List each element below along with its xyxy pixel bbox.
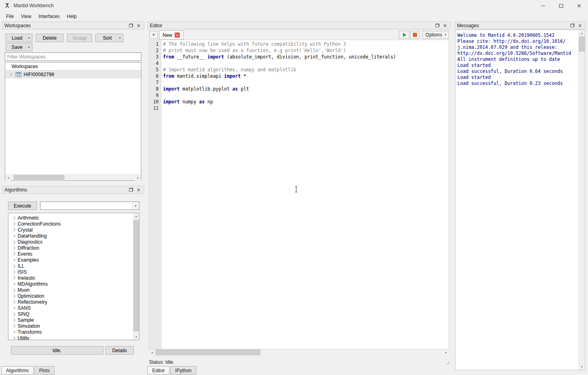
expand-chevron-icon[interactable] (12, 234, 16, 238)
expand-chevron-icon[interactable] (12, 240, 16, 244)
workspaces-panel-titlebar[interactable]: Workspaces × (2, 22, 144, 29)
menu-interfaces[interactable]: Interfaces (35, 12, 63, 21)
filter-workspaces-input[interactable] (5, 52, 141, 61)
expand-chevron-icon[interactable] (12, 294, 16, 298)
tab-algorithms[interactable]: Algorithms (1, 366, 34, 375)
algorithm-category-row[interactable]: Crystal (8, 227, 133, 233)
code-line[interactable]: 8import matplotlib.pyplot as plt (149, 86, 449, 92)
workspaces-hscrollbar[interactable]: ◂ ▸ (5, 174, 141, 180)
scrollbar-thumb[interactable] (14, 175, 64, 181)
workspace-item[interactable]: HIFI00062798 (5, 71, 141, 79)
sort-button[interactable]: Sort ▾ (95, 34, 123, 42)
window-titlebar[interactable]: Mantid Workbench × (0, 0, 588, 11)
code-line[interactable]: 5# import mantid algorithms, numpy and m… (149, 67, 449, 73)
algorithm-category-row[interactable]: DataHandling (8, 233, 133, 239)
combobox-dropdown-arrow-icon[interactable]: ▾ (132, 202, 139, 210)
algorithm-category-row[interactable]: Utility (8, 335, 133, 340)
code-line[interactable]: 6from mantid.simpleapi import * (149, 73, 449, 79)
size-grip[interactable] (445, 361, 449, 365)
expand-chevron-icon[interactable] (12, 252, 16, 256)
algorithm-category-row[interactable]: Optimization (8, 293, 133, 299)
editor-float-button[interactable] (434, 23, 441, 28)
messages-log[interactable]: Welcome to Mantid 4.0.20190605.1542Pleas… (455, 30, 585, 370)
algorithm-category-row[interactable]: Reflectometry (8, 299, 133, 305)
code-line[interactable]: 4 (149, 60, 449, 67)
algorithm-category-row[interactable]: Muon (8, 287, 133, 293)
algorithm-category-row[interactable]: SANS (8, 305, 133, 311)
algorithm-category-row[interactable]: SINQ (8, 311, 133, 317)
save-button[interactable]: Save ▾ (6, 43, 32, 51)
close-button[interactable]: × (570, 0, 588, 11)
algorithm-category-row[interactable]: Arithmetic (8, 215, 133, 221)
code-editor[interactable]: 1# The following line helps with future … (149, 40, 449, 349)
scroll-up-button[interactable]: ▴ (133, 213, 139, 219)
group-button[interactable]: Group (67, 34, 92, 42)
algorithm-category-row[interactable]: Events (8, 251, 133, 257)
code-line[interactable]: 2# print must now be used as a function,… (149, 47, 449, 54)
expand-chevron-icon[interactable] (12, 216, 16, 220)
expand-chevron-icon[interactable] (12, 258, 16, 262)
expand-chevron-icon[interactable] (12, 270, 16, 274)
editor-hscrollbar[interactable]: ◂ ▸ (149, 349, 449, 355)
expand-chevron-icon[interactable] (12, 222, 16, 226)
run-button[interactable] (399, 31, 409, 39)
tab-close-icon[interactable]: × (175, 32, 180, 38)
code-line[interactable]: 3from __future__ import (absolute_import… (149, 54, 449, 60)
scrollbar-thumb[interactable] (133, 220, 139, 331)
code-line[interactable]: 10import numpy as np (149, 99, 449, 105)
algorithms-close-button[interactable]: × (135, 187, 142, 193)
menu-help[interactable]: Help (63, 12, 81, 21)
algorithms-panel-titlebar[interactable]: Algorithms × (2, 186, 144, 194)
editor-close-button[interactable]: × (442, 23, 448, 28)
delete-button[interactable]: Delete (36, 34, 64, 42)
expand-chevron-icon[interactable] (8, 73, 12, 77)
algorithm-category-row[interactable]: MDAlgorithms (8, 281, 133, 287)
menu-view[interactable]: View (17, 12, 35, 21)
expand-chevron-icon[interactable] (12, 282, 16, 286)
expand-chevron-icon[interactable] (12, 336, 16, 340)
expand-chevron-icon[interactable] (12, 288, 16, 292)
algorithm-search-combobox[interactable]: ▾ (40, 202, 139, 210)
algorithm-category-row[interactable]: Diffraction (8, 245, 133, 251)
algorithm-category-row[interactable]: Sample (8, 317, 133, 323)
algorithm-category-row[interactable]: CorrectionFunctions (8, 221, 133, 227)
scroll-right-button[interactable]: ▸ (135, 175, 141, 181)
algorithm-category-row[interactable]: Transforms (8, 329, 133, 335)
code-line[interactable]: 7 (149, 79, 449, 86)
tab-editor[interactable]: Editor (147, 366, 169, 375)
options-button[interactable]: Options ▾ (423, 31, 449, 39)
scroll-down-button[interactable]: ▾ (579, 364, 585, 370)
maximize-button[interactable] (552, 0, 570, 11)
algorithm-category-row[interactable]: ISIS (8, 269, 133, 275)
editor-tab-new[interactable]: New × (159, 30, 183, 40)
workspaces-float-button[interactable] (128, 23, 134, 28)
scroll-up-button[interactable]: ▴ (579, 30, 585, 36)
workspaces-close-button[interactable]: × (135, 23, 142, 28)
scrollbar-thumb[interactable] (579, 36, 585, 52)
expand-chevron-icon[interactable] (12, 246, 16, 250)
expand-chevron-icon[interactable] (12, 312, 16, 316)
code-line[interactable]: 11 (149, 105, 449, 111)
scroll-down-button[interactable]: ▾ (133, 334, 139, 340)
code-line[interactable]: 1# The following line helps with future … (149, 41, 449, 47)
algorithm-category-row[interactable]: Diagnostics (8, 239, 133, 245)
algorithm-progress-button[interactable]: Idle. (11, 346, 103, 355)
expand-chevron-icon[interactable] (12, 318, 16, 322)
scroll-left-button[interactable]: ◂ (5, 175, 11, 181)
algorithms-float-button[interactable] (128, 187, 134, 193)
stop-button[interactable] (410, 31, 419, 39)
scroll-left-button[interactable]: ◂ (149, 349, 155, 355)
messages-close-button[interactable]: × (577, 23, 583, 28)
menu-file[interactable]: File (2, 12, 17, 21)
expand-chevron-icon[interactable] (12, 330, 16, 334)
expand-chevron-icon[interactable] (12, 264, 16, 268)
new-script-button[interactable]: + (149, 31, 158, 39)
scroll-right-button[interactable]: ▸ (443, 349, 449, 355)
algorithms-vscrollbar[interactable]: ▴ ▾ (133, 213, 139, 340)
expand-chevron-icon[interactable] (12, 306, 16, 310)
messages-float-button[interactable] (569, 23, 576, 28)
expand-chevron-icon[interactable] (12, 228, 16, 232)
minimize-button[interactable] (534, 0, 552, 11)
expand-chevron-icon[interactable] (12, 276, 16, 280)
algorithm-category-row[interactable]: Inelastic (8, 275, 133, 281)
